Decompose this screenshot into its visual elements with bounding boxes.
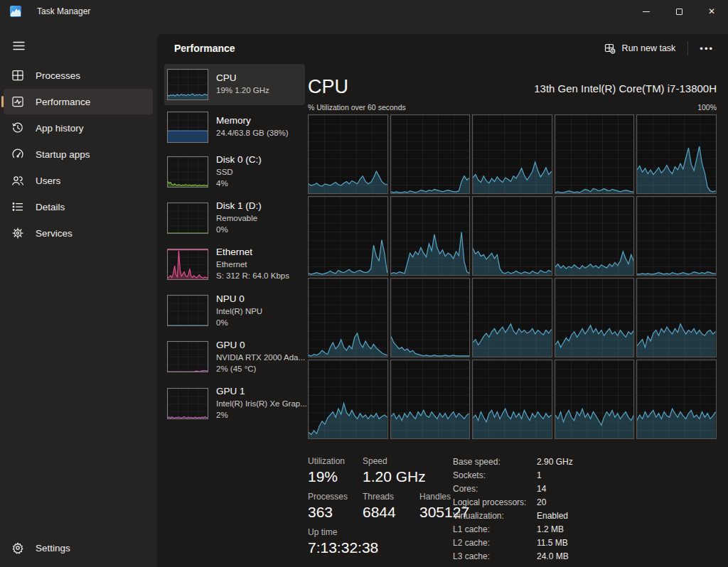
gpu0-mini-graph [167,341,208,372]
run-new-task-icon [604,43,616,54]
window-title: Task Manager [37,6,90,16]
cpu-core-graph-10[interactable] [308,278,388,357]
cpu-core-graph-3[interactable] [555,114,635,194]
graph-max-label: 100% [697,103,717,112]
cpu-core-graph-18[interactable] [555,360,635,439]
gpu1-mini-graph [167,388,208,419]
cpu-core-graph-4[interactable] [636,114,717,194]
perf-item-memory[interactable]: Memory 24.4/63.8 GB (38%) [164,107,305,148]
minimize-icon [643,11,650,12]
minimize-button[interactable] [630,0,663,23]
performance-list: CPU 19% 1.20 GHz Memory 24.4/63.8 GB (38… [164,64,305,427]
perf-item-npu0[interactable]: NPU 0 Intel(R) NPU 0% [164,288,305,333]
titlebar: Task Manager ✕ [0,0,728,23]
cpu-detail-region: CPU 13th Gen Intel(R) Core(TM) i7-13800H… [308,65,717,567]
close-button[interactable]: ✕ [695,0,728,23]
performance-icon [11,95,24,108]
run-new-task-button[interactable]: Run new task [596,38,684,58]
task-manager-app-icon [10,6,21,17]
services-icon [11,227,24,239]
startup-apps-icon [11,148,24,161]
perf-item-cpu[interactable]: CPU 19% 1.20 GHz [164,64,305,105]
cpu-core-graph-8[interactable] [555,196,635,276]
maximize-button[interactable] [663,0,695,23]
cpu-core-graph-14[interactable] [636,278,717,357]
cpu-core-graph-12[interactable] [472,278,552,357]
sidebar: Processes Performance App history Startu… [0,23,157,567]
cpu-core-graph-13[interactable] [555,278,635,357]
sidebar-item-users[interactable]: Users [4,168,153,193]
close-icon: ✕ [708,6,715,16]
ethernet-mini-graph [167,249,208,280]
speed-value: 1.20 GHz [363,468,419,485]
page-title: Performance [174,43,235,54]
sidebar-item-app-history[interactable]: App history [4,115,153,141]
uptime-value: 7:13:32:38 [308,539,453,556]
perf-item-disk0[interactable]: Disk 0 (C:) SSD 4% [164,149,305,194]
users-icon [11,174,24,187]
cpu-core-graph-7[interactable] [472,196,552,276]
menu-toggle-button[interactable] [4,33,33,58]
perf-item-gpu0[interactable]: GPU 0 NVIDIA RTX 2000 Ada... 2% (45 °C) [164,335,305,379]
app-history-icon [11,122,24,134]
sidebar-item-details[interactable]: Details [4,194,153,220]
more-options-button[interactable]: ••• [692,40,721,57]
cpu-core-graph-9[interactable] [636,196,717,276]
processes-value: 363 [308,504,363,521]
gear-icon [11,541,24,554]
sidebar-item-processes[interactable]: Processes [4,63,153,88]
cpu-core-graph-2[interactable] [472,114,552,194]
cpu-core-graph-6[interactable] [390,196,471,276]
cpu-core-graph-1[interactable] [390,114,471,194]
cpu-mini-graph [167,69,208,100]
cpu-spec-details: Base speed:2.90 GHz Sockets:1 Cores:14 L… [453,456,717,565]
disk1-mini-graph [167,202,208,234]
cpu-core-graph-15[interactable] [308,360,388,439]
logical-processors-grid [308,114,717,439]
sidebar-item-startup-apps[interactable]: Startup apps [4,141,153,167]
cpu-core-graph-17[interactable] [472,360,552,439]
processes-icon [11,69,24,82]
hamburger-icon [13,41,25,50]
perf-item-disk1[interactable]: Disk 1 (D:) Removable 0% [164,195,305,240]
perf-item-gpu1[interactable]: GPU 1 Intel(R) Iris(R) Xe Grap... 2% [164,381,305,426]
cpu-core-graph-19[interactable] [636,360,717,439]
cpu-core-graph-11[interactable] [390,278,471,357]
graph-axis-label: % Utilization over 60 seconds [308,103,406,112]
header-divider [687,41,688,55]
cpu-core-graph-5[interactable] [308,196,388,276]
cpu-section-title: CPU [308,77,348,97]
details-icon [11,200,24,213]
threads-value: 6844 [363,504,419,521]
sidebar-item-services[interactable]: Services [4,220,153,246]
perf-item-ethernet[interactable]: Ethernet Ethernet S: 312 R: 64.0 Kbps [164,242,305,286]
main-panel: Performance Run new task ••• CPU 19% [157,34,728,567]
cpu-core-graph-0[interactable] [308,114,388,194]
sidebar-item-performance[interactable]: Performance [4,89,153,114]
npu-mini-graph [167,295,208,326]
sidebar-item-settings[interactable]: Settings [4,535,153,561]
disk0-mini-graph [167,156,208,188]
cpu-core-graph-16[interactable] [390,360,471,439]
memory-mini-graph [167,112,208,143]
cpu-processor-name: 13th Gen Intel(R) Core(TM) i7-13800H [534,82,717,97]
maximize-icon [676,9,682,15]
utilization-value: 19% [308,468,363,485]
cpu-stats: Utilization 19% Speed 1.20 GHz Processes… [308,456,453,565]
